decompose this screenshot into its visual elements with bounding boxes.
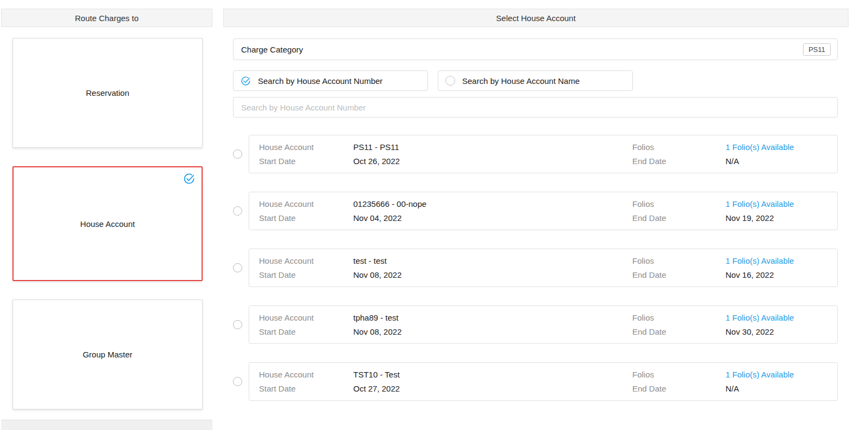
charge-category-label: Charge Category [241,45,303,54]
house-account-label: House Account [259,142,353,152]
account-select-radio[interactable] [233,377,242,386]
charge-routing-screen: Route Charges to Reservation House Accou… [0,0,868,430]
route-charges-title: Route Charges to [75,14,139,23]
house-account-label: House Account [259,370,353,379]
route-option-label: House Account [80,219,135,229]
end-date-label: End Date [632,384,726,393]
house-account-name: TST10 - Test [353,370,632,379]
route-options-list: Reservation House Account Group Master [1,27,212,428]
start-date-label: Start Date [259,213,353,223]
search-by-name-label: Search by House Account Name [462,76,580,86]
house-account-row: House Account TST10 - Test Folios 1 Foli… [233,362,838,401]
start-date-label: Start Date [259,270,353,279]
house-account-name: PS11 - PS11 [353,142,632,152]
route-option-card[interactable]: Reservation [12,38,203,148]
account-select-radio[interactable] [233,149,242,159]
end-date-value: Nov 19, 2022 [726,213,827,223]
start-date-value: Nov 04, 2022 [353,213,632,223]
house-account-row: House Account PS11 - PS11 Folios 1 Folio… [233,135,838,173]
selected-check-icon [183,173,195,185]
house-account-card[interactable]: House Account 01235666 - 00-nope Folios … [249,192,838,230]
check-circle-icon [241,76,251,86]
end-date-label: End Date [632,213,726,223]
house-account-name: test - test [353,256,632,265]
end-date-label: End Date [632,270,726,279]
radio-unchecked-icon [445,76,455,86]
search-mode-toggle-group: Search by House Account Number Search by… [233,70,838,91]
end-date-value: Nov 30, 2022 [726,327,827,336]
select-house-account-panel: Select House Account Charge Category PS1… [223,9,848,430]
left-panel-footer-strip [1,420,212,430]
folios-available-link[interactable]: 1 Folio(s) Available [726,256,827,265]
house-account-search-input[interactable] [233,97,838,118]
house-account-name: 01235666 - 00-nope [353,199,632,209]
route-option-card[interactable]: House Account [12,166,203,281]
route-option-label: Group Master [83,350,133,359]
select-house-account-body: Charge Category PS11 Search by House Acc… [223,27,848,419]
route-option-card[interactable]: Group Master [12,299,203,409]
account-select-radio[interactable] [233,206,242,216]
route-charges-header: Route Charges to [1,9,212,27]
end-date-value: N/A [726,384,827,393]
end-date-value: N/A [726,157,827,166]
folios-label: Folios [632,313,726,322]
house-account-name: tpha89 - test [353,313,632,322]
account-select-radio[interactable] [233,263,242,272]
start-date-value: Oct 27, 2022 [353,384,632,393]
house-account-label: House Account [259,256,353,265]
account-select-radio[interactable] [233,320,242,329]
house-account-row: House Account tpha89 - test Folios 1 Fol… [233,305,838,344]
house-account-card[interactable]: House Account TST10 - Test Folios 1 Foli… [249,362,838,401]
house-account-row: House Account 01235666 - 00-nope Folios … [233,192,838,230]
folios-available-link[interactable]: 1 Folio(s) Available [726,370,827,379]
start-date-label: Start Date [259,384,353,393]
house-account-card[interactable]: House Account test - test Folios 1 Folio… [249,249,838,287]
search-by-number-option[interactable]: Search by House Account Number [233,70,428,91]
route-charges-panel: Route Charges to Reservation House Accou… [1,9,212,430]
end-date-value: Nov 16, 2022 [726,270,827,279]
folios-label: Folios [632,142,726,152]
folios-label: Folios [632,370,726,379]
end-date-label: End Date [632,327,726,336]
house-account-label: House Account [259,313,353,322]
house-account-results-list: House Account PS11 - PS11 Folios 1 Folio… [233,135,838,401]
start-date-value: Nov 08, 2022 [353,327,632,336]
start-date-value: Oct 26, 2022 [353,157,632,166]
house-account-row: House Account test - test Folios 1 Folio… [233,249,838,287]
house-account-label: House Account [259,199,353,209]
end-date-label: End Date [632,157,726,166]
folios-available-link[interactable]: 1 Folio(s) Available [726,199,827,209]
start-date-label: Start Date [259,327,353,336]
folios-available-link[interactable]: 1 Folio(s) Available [726,142,827,152]
folios-label: Folios [632,199,726,209]
house-account-card[interactable]: House Account PS11 - PS11 Folios 1 Folio… [249,135,838,173]
start-date-label: Start Date [259,157,353,166]
search-by-name-option[interactable]: Search by House Account Name [438,70,633,91]
charge-category-value-chip[interactable]: PS11 [803,43,831,56]
house-account-card[interactable]: House Account tpha89 - test Folios 1 Fol… [249,305,838,344]
route-option-label: Reservation [86,88,129,97]
folios-label: Folios [632,256,726,265]
search-by-number-label: Search by House Account Number [258,76,383,86]
charge-category-field[interactable]: Charge Category PS11 [233,38,838,60]
select-house-account-header: Select House Account [223,9,848,27]
select-house-account-title: Select House Account [496,14,576,23]
folios-available-link[interactable]: 1 Folio(s) Available [726,313,827,322]
start-date-value: Nov 08, 2022 [353,270,632,279]
